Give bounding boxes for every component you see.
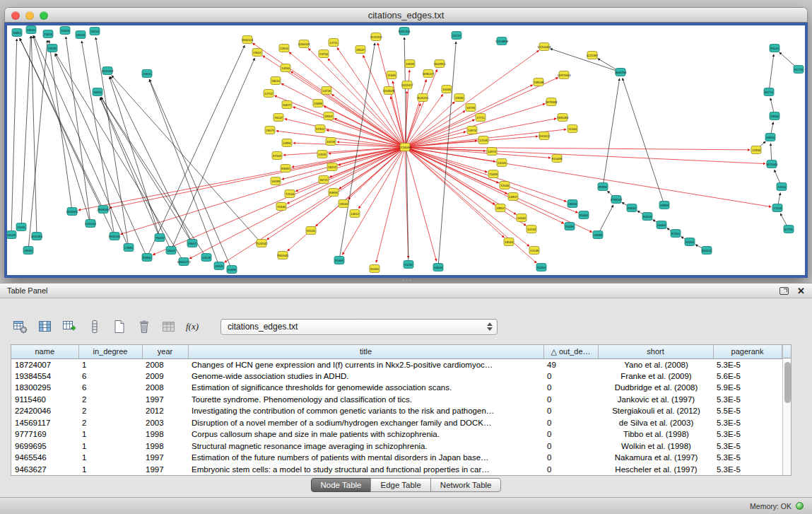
graph-node[interactable]: 19359 (60, 27, 70, 35)
table-row[interactable]: 1872400712008Changes of HCN gene express… (11, 358, 782, 370)
function-builder-button[interactable]: f(x) (184, 317, 203, 336)
graph-node[interactable]: 93632 (627, 204, 637, 212)
graph-node[interactable]: 7485083 (557, 114, 569, 122)
graph-node[interactable]: 1572319 (370, 33, 382, 41)
graph-node[interactable]: 915469 (552, 155, 563, 163)
graph-node[interactable]: 10991 (282, 139, 292, 147)
graph-node[interactable]: 14528 (201, 254, 211, 262)
graph-node[interactable]: 23750 (319, 50, 329, 58)
graph-node[interactable]: 92450 (536, 264, 546, 271)
graph-node[interactable]: 1621646 (766, 160, 778, 168)
graph-node[interactable]: 16816 (765, 134, 775, 141)
graph-node[interactable]: 10763 (526, 226, 536, 233)
graph-node[interactable]: 83930 (329, 189, 339, 197)
graph-node[interactable]: 11646 (387, 71, 396, 79)
graph-node[interactable]: 8181304 (399, 28, 411, 35)
graph-node[interactable]: 20610 (142, 70, 152, 78)
graph-node[interactable]: 16164 (497, 159, 507, 167)
graph-node[interactable]: 84504 (642, 213, 652, 221)
graph-node[interactable]: 15232 (404, 261, 413, 269)
graph-node[interactable]: 1663915 (434, 60, 446, 68)
graph-node[interactable]: 1859548 (98, 206, 110, 214)
new-document-button[interactable] (110, 317, 129, 336)
graph-node[interactable]: 1164628 (383, 87, 395, 95)
graph-node[interactable]: 76433 (155, 234, 165, 242)
graph-node[interactable]: 18565 (26, 26, 36, 34)
row-selector-button[interactable] (86, 317, 104, 336)
float-panel-icon[interactable] (779, 287, 789, 295)
network-graph[interactable]: 1681118565206141935918103182541959220513… (7, 25, 805, 275)
graph-node[interactable]: 14612 (350, 210, 360, 218)
graph-node[interactable]: 67791 (784, 226, 794, 233)
table-row[interactable]: 946362711997Embryonic stem cells: a mode… (11, 464, 782, 476)
graph-node[interactable]: 1696127 (423, 70, 435, 78)
graph-node[interactable]: 1741561 (85, 220, 97, 228)
graph-node[interactable]: 91774 (794, 66, 804, 74)
tab-edge-table[interactable]: Edge Table (370, 478, 430, 492)
graph-node[interactable]: 85990 (598, 183, 608, 191)
tab-node-table[interactable]: Node Table (311, 478, 372, 492)
table-scrollbar[interactable] (782, 345, 792, 475)
graph-node[interactable]: 2620655 (66, 208, 78, 216)
graph-node[interactable]: 13591 (317, 151, 327, 158)
graph-node[interactable]: 18793 (466, 104, 476, 112)
graph-node[interactable]: 12148 (529, 247, 539, 255)
graph-node[interactable]: 17103 (772, 204, 782, 212)
graph-node[interactable]: 5905135 (109, 233, 121, 240)
delete-trash-button[interactable] (135, 317, 153, 336)
graph-node[interactable]: 2051303 (102, 67, 114, 75)
graph-node[interactable]: 1161612 (539, 132, 551, 140)
graph-node[interactable]: 76346 (276, 203, 286, 211)
graph-node[interactable]: 16342 (517, 214, 526, 222)
graph-node[interactable]: 1626251 (417, 94, 429, 102)
zoom-window-button[interactable] (40, 11, 48, 20)
graph-node[interactable]: 12010 (777, 183, 787, 191)
graph-node[interactable]: 92463 (334, 257, 344, 264)
graph-node[interactable]: 16974 (467, 127, 477, 134)
graph-node[interactable]: 18969 (659, 201, 669, 209)
graph-node[interactable]: 14758 (322, 87, 331, 95)
network-table-selector[interactable]: citations_edges.txt (220, 319, 498, 335)
graph-node[interactable]: 18645273 (177, 258, 191, 266)
graph-node[interactable]: 97351 (315, 125, 325, 133)
graph-node[interactable]: 92450 (685, 238, 695, 246)
column-header-name[interactable]: name (11, 345, 78, 358)
graph-node[interactable]: 14957 (508, 193, 518, 201)
graph-node[interactable]: 25205 (16, 223, 26, 231)
close-panel-icon[interactable]: ✕ (797, 286, 805, 296)
graph-node[interactable]: 92774 (764, 88, 774, 96)
graph-node[interactable]: 18547 (355, 46, 365, 54)
graph-node[interactable]: 7524542 (256, 240, 268, 247)
table-row[interactable]: 1456911722003Disruption of a novel membe… (11, 417, 782, 429)
graph-node[interactable]: 10974 (487, 148, 497, 156)
graph-node[interactable]: 87450 (671, 230, 681, 238)
table-row[interactable]: 977716911998Corpus callosum shape and si… (11, 428, 782, 440)
graph-node[interactable]: 18957 (495, 204, 505, 212)
graph-node[interactable]: 15958 (751, 146, 761, 154)
graph-node[interactable]: 10973403 (557, 71, 571, 79)
table-columns-button[interactable] (36, 317, 54, 336)
graph-node[interactable]: 75493 (488, 170, 498, 178)
graph-node[interactable]: 6793197 (611, 196, 623, 204)
table-settings-button[interactable] (11, 317, 30, 336)
table-row[interactable]: 969969511998Structural magnetic resonanc… (11, 440, 782, 452)
graph-node[interactable]: 17685 (124, 244, 134, 252)
graph-node[interactable]: 20614 (43, 30, 53, 38)
table-row[interactable]: 911546021997Tourette syndrome. Phenomeno… (11, 394, 782, 406)
graph-node[interactable]: 22600 (279, 45, 289, 52)
table-import-button[interactable] (61, 317, 79, 336)
graph-node[interactable]: 19585 (454, 94, 464, 102)
graph-node[interactable]: 924502 (702, 247, 712, 255)
graph-node[interactable]: 16607 (187, 240, 197, 247)
graph-node[interactable]: 83087 (281, 165, 290, 173)
graph-node[interactable]: 2051305 (31, 233, 43, 240)
graph-node[interactable]: 91535 (306, 227, 316, 235)
graph-node[interactable]: 19073 (265, 127, 275, 134)
graph-node[interactable]: 16149 (7, 231, 16, 239)
graph-node[interactable]: 30671 (282, 101, 292, 109)
graph-node[interactable]: 14260 (281, 64, 290, 72)
graph-node[interactable]: 72544 (285, 190, 295, 198)
close-window-button[interactable] (11, 11, 20, 20)
column-header-year[interactable]: year (142, 345, 188, 358)
graph-node[interactable]: 1879348 (546, 98, 558, 106)
